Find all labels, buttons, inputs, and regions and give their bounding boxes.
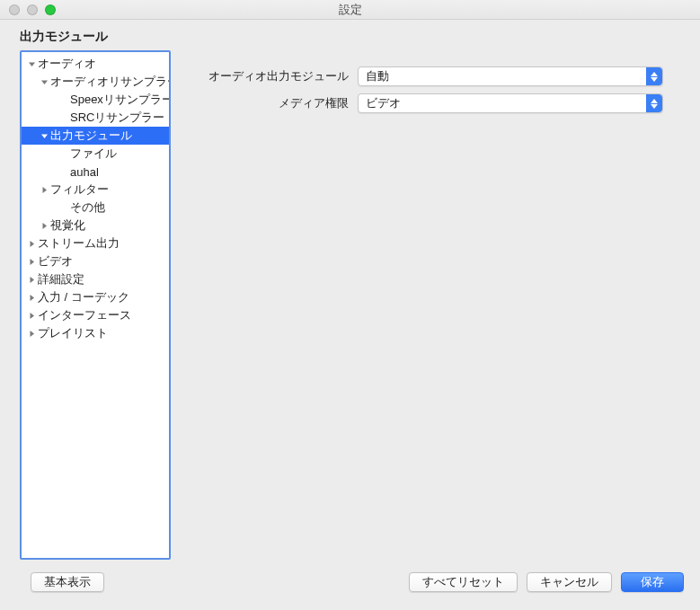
traffic-lights xyxy=(9,4,56,15)
section-header: 出力モジュール xyxy=(0,20,700,50)
disclosure-spacer xyxy=(59,113,68,122)
sidebar-item-label: インターフェース xyxy=(38,307,131,323)
sidebar-item-label: オーディオリサンプラー xyxy=(50,74,171,90)
sidebar-item[interactable]: ファイル xyxy=(22,145,169,163)
basic-view-button[interactable]: 基本表示 xyxy=(31,572,104,592)
sidebar-item-label: オーディオ xyxy=(38,56,96,72)
sidebar-item-label: 詳細設定 xyxy=(38,271,84,287)
sidebar-item[interactable]: 詳細設定 xyxy=(22,270,169,288)
disclosure-spacer xyxy=(59,167,68,176)
window-title: 設定 xyxy=(0,2,700,18)
sidebar-item-label: 入力 / コーデック xyxy=(38,289,129,305)
sidebar-item[interactable]: 出力モジュール xyxy=(22,127,169,145)
zoom-window-button[interactable] xyxy=(45,4,56,15)
disclosure-spacer xyxy=(59,149,68,158)
sidebar-item[interactable]: オーディオ xyxy=(22,55,169,73)
sidebar-item-label: ファイル xyxy=(70,146,117,162)
form-row-audio-output-module: オーディオ出力モジュール 自動 xyxy=(187,66,686,86)
chevron-right-icon[interactable] xyxy=(40,185,49,194)
sidebar-item-label: ビデオ xyxy=(38,253,73,270)
chevron-right-icon[interactable] xyxy=(40,221,49,230)
select-stepper-icon xyxy=(646,67,662,85)
audio-output-module-value: 自動 xyxy=(366,68,389,84)
sidebar-item[interactable]: ストリーム出力 xyxy=(22,234,169,252)
sidebar-item-label: その他 xyxy=(70,199,105,216)
sidebar-item-label: 視覚化 xyxy=(50,217,85,234)
sidebar-item[interactable]: auhal xyxy=(22,163,169,181)
chevron-down-icon[interactable] xyxy=(40,131,49,140)
chevron-down-icon[interactable] xyxy=(40,77,49,86)
disclosure-spacer xyxy=(59,203,68,212)
content-row: オーディオオーディオリサンプラーSpeexリサンプラーSRCリサンプラー出力モジ… xyxy=(0,50,700,561)
cancel-button[interactable]: キャンセル xyxy=(527,572,612,592)
chevron-right-icon[interactable] xyxy=(27,275,36,284)
sidebar-item[interactable]: 視覚化 xyxy=(22,217,169,234)
settings-sidebar[interactable]: オーディオオーディオリサンプラーSpeexリサンプラーSRCリサンプラー出力モジ… xyxy=(20,50,171,560)
settings-window: 設定 出力モジュール オーディオオーディオリサンプラーSpeexリサンプラーSR… xyxy=(0,0,700,610)
media-permission-value: ビデオ xyxy=(366,95,401,111)
close-window-button[interactable] xyxy=(9,4,20,15)
select-stepper-icon xyxy=(646,94,662,112)
sidebar-item[interactable]: インターフェース xyxy=(22,306,169,324)
sidebar-item[interactable]: プレイリスト xyxy=(22,324,169,342)
save-button[interactable]: 保存 xyxy=(621,572,684,592)
sidebar-item[interactable]: フィルター xyxy=(22,181,169,199)
sidebar-item-label: ストリーム出力 xyxy=(38,235,120,252)
sidebar-item-label: Speexリサンプラー xyxy=(70,92,171,108)
chevron-right-icon[interactable] xyxy=(27,311,36,320)
sidebar-item-label: 出力モジュール xyxy=(50,128,132,144)
media-permission-label: メディア権限 xyxy=(187,95,358,111)
audio-output-module-select[interactable]: 自動 xyxy=(358,66,663,86)
footer: 基本表示 すべてリセット キャンセル 保存 xyxy=(0,561,700,610)
sidebar-item-label: SRCリサンプラー xyxy=(70,110,164,126)
sidebar-item-label: プレイリスト xyxy=(38,325,108,341)
titlebar: 設定 xyxy=(0,0,700,20)
sidebar-item[interactable]: ビデオ xyxy=(22,252,169,270)
sidebar-item[interactable]: SRCリサンプラー xyxy=(22,109,169,127)
media-permission-select[interactable]: ビデオ xyxy=(358,93,663,113)
chevron-right-icon[interactable] xyxy=(27,257,36,266)
disclosure-spacer xyxy=(59,95,68,104)
sidebar-item-label: フィルター xyxy=(50,181,109,198)
sidebar-item[interactable]: オーディオリサンプラー xyxy=(22,73,169,91)
audio-output-module-label: オーディオ出力モジュール xyxy=(187,68,358,84)
sidebar-item[interactable]: 入力 / コーデック xyxy=(22,288,169,306)
minimize-window-button[interactable] xyxy=(27,4,38,15)
chevron-down-icon[interactable] xyxy=(27,59,36,68)
chevron-right-icon[interactable] xyxy=(27,293,36,302)
form-row-media-permission: メディア権限 ビデオ xyxy=(187,93,686,113)
chevron-right-icon[interactable] xyxy=(27,239,36,248)
sidebar-item-label: auhal xyxy=(70,165,99,179)
chevron-right-icon[interactable] xyxy=(27,329,36,338)
sidebar-item[interactable]: その他 xyxy=(22,199,169,217)
settings-form: オーディオ出力モジュール 自動 メディア権限 ビデオ xyxy=(187,50,686,561)
sidebar-item[interactable]: Speexリサンプラー xyxy=(22,91,169,109)
reset-all-button[interactable]: すべてリセット xyxy=(409,572,518,592)
